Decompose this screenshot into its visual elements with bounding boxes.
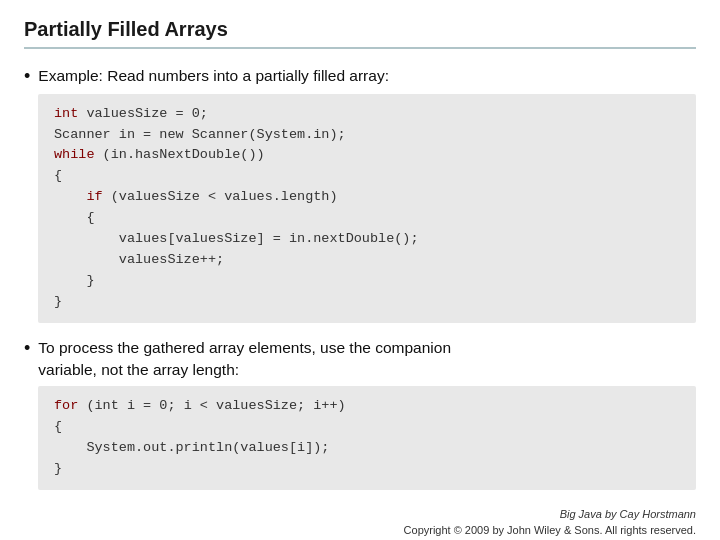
bullet-dot-1: •: [24, 66, 30, 88]
section2-bullet: • To process the gathered array elements…: [24, 337, 696, 380]
footer-text: Big Java by Cay Horstmann Copyright © 20…: [404, 506, 696, 539]
section1-code: int valuesSize = 0; Scanner in = new Sca…: [38, 94, 696, 323]
section2-code: for (int i = 0; i < valuesSize; i++) { S…: [38, 386, 696, 490]
footer-line2: Copyright © 2009 by John Wiley & Sons. A…: [404, 524, 696, 536]
content: • Example: Read numbers into a partially…: [24, 65, 696, 539]
footer: Big Java by Cay Horstmann Copyright © 20…: [24, 506, 696, 539]
section1: • Example: Read numbers into a partially…: [24, 65, 696, 323]
section1-bullet-text: Example: Read numbers into a partially f…: [38, 65, 389, 87]
code-while: while: [54, 147, 95, 162]
page-title: Partially Filled Arrays: [24, 18, 228, 40]
title-bar: Partially Filled Arrays: [24, 18, 696, 49]
code-for: for: [54, 398, 78, 413]
bullet-dot-2: •: [24, 338, 30, 360]
section2: • To process the gathered array elements…: [24, 337, 696, 490]
footer-line1: Big Java by Cay Horstmann: [560, 508, 696, 520]
section2-bullet-text: To process the gathered array elements, …: [38, 337, 451, 380]
code-if: if: [86, 189, 102, 204]
page: Partially Filled Arrays • Example: Read …: [0, 0, 720, 540]
code-keyword: int: [54, 106, 78, 121]
section1-bullet: • Example: Read numbers into a partially…: [24, 65, 696, 88]
